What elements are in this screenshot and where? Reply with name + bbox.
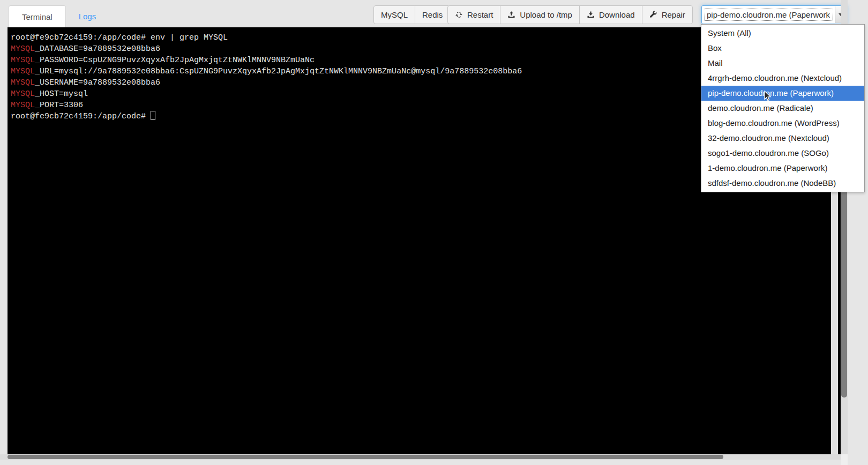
option-sdfdsf-demo-cloudron-me-nodebb[interactable]: sdfdsf-demo.cloudron.me (NodeBB)	[701, 176, 864, 191]
terminal-text: _PORT=3306	[35, 101, 83, 110]
redis-label: Redis	[422, 10, 443, 19]
grep-match-text: MYSQL	[11, 44, 35, 54]
option-mail[interactable]: Mail	[701, 56, 864, 71]
option-1-demo-cloudron-me-paperwork[interactable]: 1-demo.cloudron.me (Paperwork)	[701, 161, 864, 176]
terminal-text: _PASSWORD=CspUZNG9PuvzXqyxAfb2JpAgMxjqtZ…	[35, 56, 315, 65]
upload-icon	[507, 11, 515, 19]
app-dropdown-list: System (All)BoxMail4rrgrh-demo.cloudron.…	[701, 24, 865, 192]
upload-to-tmp-button[interactable]: Upload to /tmp	[500, 5, 580, 24]
mysql-label: MySQL	[381, 10, 408, 19]
tab-bar: TerminalLogs	[9, 5, 109, 27]
download-icon	[587, 11, 595, 19]
download-button[interactable]: Download	[579, 5, 642, 24]
app-selector-value: pip-demo.cloudron.me (Paperwork	[705, 9, 833, 20]
restart-label: Restart	[467, 10, 493, 19]
mysql-button[interactable]: MySQL	[373, 5, 415, 24]
refresh-icon	[455, 11, 463, 19]
grep-match-text: MYSQL	[11, 78, 35, 87]
grep-match-text: MYSQL	[11, 101, 35, 110]
option-pip-demo-cloudron-me-paperwork[interactable]: pip-demo.cloudron.me (Paperwork)	[701, 86, 864, 101]
terminal-text: _HOST=mysql	[35, 89, 88, 99]
option-4rrgrh-demo-cloudron-me-nextcloud[interactable]: 4rrgrh-demo.cloudron.me (Nextcloud)	[701, 71, 864, 86]
grep-match-text: MYSQL	[11, 56, 35, 65]
terminal-cursor	[151, 111, 155, 120]
upload-to-tmp-label: Upload to /tmp	[520, 10, 572, 19]
option-blog-demo-cloudron-me-wordpress[interactable]: blog-demo.cloudron.me (WordPress)	[701, 116, 864, 131]
redis-button[interactable]: Redis	[415, 5, 450, 24]
tab-terminal[interactable]: Terminal	[9, 5, 66, 27]
action-button-group: RestartUpload to /tmpDownloadRepair	[447, 5, 693, 24]
terminal-text: _URL=mysql://9a7889532e08bba6:CspUZNG9Pu…	[35, 67, 522, 76]
db-button-group: MySQLRedis	[373, 5, 450, 24]
repair-button[interactable]: Repair	[642, 5, 693, 24]
horizontal-scrollbar-thumb[interactable]	[8, 455, 723, 459]
grep-match-text: MYSQL	[11, 89, 35, 99]
terminal-text: root@fe9cb72c4159:/app/code# env | grep …	[11, 33, 228, 42]
page-horizontal-scrollbar[interactable]	[0, 454, 841, 460]
terminal-text: root@fe9cb72c4159:/app/code#	[11, 112, 151, 121]
download-label: Download	[599, 10, 635, 19]
option-sogo1-demo-cloudron-me-sogo[interactable]: sogo1-demo.cloudron.me (SOGo)	[701, 146, 864, 161]
wrench-icon	[649, 11, 657, 19]
repair-label: Repair	[662, 10, 685, 19]
tab-logs[interactable]: Logs	[66, 5, 109, 27]
app-selector[interactable]: pip-demo.cloudron.me (Paperwork	[701, 5, 847, 24]
terminal-text: _DATABASE=9a7889532e08bba6	[35, 44, 160, 54]
terminal-text: _USERNAME=9a7889532e08bba6	[35, 78, 160, 87]
vertical-scrollbar-thumb[interactable]	[841, 188, 847, 398]
scrollbar-corner	[841, 454, 848, 465]
option-demo-cloudron-me-radicale[interactable]: demo.cloudron.me (Radicale)	[701, 101, 864, 116]
grep-match-text: MYSQL	[11, 67, 35, 76]
restart-button[interactable]: Restart	[447, 5, 500, 24]
mouse-cursor-icon	[764, 91, 772, 102]
option-box[interactable]: Box	[701, 41, 864, 56]
option-32-demo-cloudron-me-nextcloud[interactable]: 32-demo.cloudron.me (Nextcloud)	[701, 131, 864, 146]
option-system-all[interactable]: System (All)	[701, 26, 864, 41]
